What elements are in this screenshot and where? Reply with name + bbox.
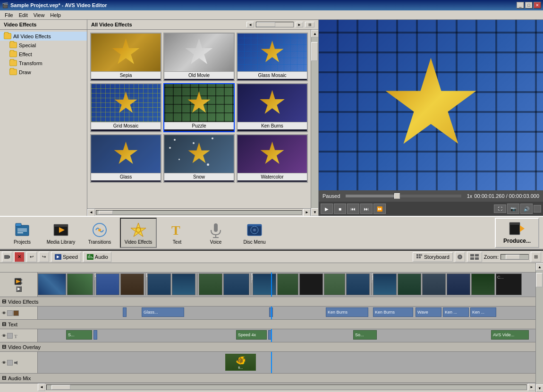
video-clip-end[interactable]: C... <box>496 273 522 295</box>
preview-scrubber[interactable] <box>394 193 400 199</box>
effect-puzzle[interactable]: Puzzle <box>163 83 235 132</box>
timeline-vert-scrollbar[interactable]: ▲ ▼ <box>535 263 543 392</box>
horiz-sb-handle[interactable] <box>51 385 70 390</box>
horiz-scroll-track[interactable] <box>96 210 302 215</box>
prev-frame-btn[interactable]: ⏮ <box>347 204 359 214</box>
effect-kenburns[interactable]: Ken Burns <box>237 83 308 132</box>
scroll-left-btn[interactable]: ◄ <box>246 22 254 27</box>
vert-sb-handle[interactable] <box>536 273 543 287</box>
play-btn[interactable]: ▶ <box>321 204 333 214</box>
text-clip-so[interactable]: So... <box>353 330 377 340</box>
overlay-vol-btn[interactable] <box>13 360 19 366</box>
horiz-sb-right[interactable]: ► <box>528 383 535 391</box>
preview-progress-bar[interactable] <box>346 195 461 197</box>
vfx-lock-btn[interactable] <box>7 310 13 316</box>
produce-button[interactable]: Produce... <box>495 218 539 248</box>
menu-help[interactable]: Help <box>47 11 64 19</box>
category-draw[interactable]: Draw <box>0 68 87 77</box>
category-all-video-effects[interactable]: All Video Effects <box>0 32 87 41</box>
video-clip-1[interactable] <box>38 273 66 295</box>
maximize-btn[interactable]: □ <box>525 2 533 9</box>
timeline-speed-btn[interactable]: Speed <box>51 252 81 262</box>
timeline-view-btn[interactable] <box>455 252 465 262</box>
scroll-up-arrow[interactable]: ▲ <box>311 30 318 37</box>
grid-view-btn[interactable]: ⊞ <box>305 22 314 27</box>
menu-edit[interactable]: Edit <box>16 11 31 19</box>
overlay-eye-btn[interactable]: 👁 <box>1 360 7 366</box>
timeline-horiz-scrollbar[interactable]: ◄ ► <box>0 383 535 391</box>
video-clip-14[interactable] <box>373 273 397 295</box>
video-clip-12[interactable] <box>324 273 345 295</box>
effect-glass[interactable]: Glass <box>90 134 161 183</box>
zoom-slider[interactable] <box>501 254 529 260</box>
effects-horiz-scrollbar[interactable]: ◄ ► <box>87 208 311 216</box>
menu-view[interactable]: View <box>31 11 48 19</box>
video-clip-11[interactable] <box>299 273 323 295</box>
toolbar-voice[interactable]: Voice <box>197 218 234 248</box>
timeline-redo-btn[interactable]: ↪ <box>39 252 49 262</box>
timeline-camera-btn[interactable] <box>2 252 12 262</box>
effect-glassmosaic[interactable]: Glass Mosaic <box>237 33 308 81</box>
video-effects-collapse[interactable]: ⊟ <box>2 298 6 305</box>
video-clip-4[interactable] <box>120 273 144 295</box>
video-clip-9[interactable] <box>253 273 276 295</box>
vert-sb-up[interactable]: ▲ <box>536 263 543 271</box>
toolbar-medialibrary[interactable]: Media Library <box>42 218 79 248</box>
overlay-lock-btn[interactable] <box>7 360 13 366</box>
video-clip-16[interactable] <box>422 273 446 295</box>
stop-btn[interactable]: ■ <box>334 204 346 214</box>
toolbar-videoeffects[interactable]: Video Effects <box>120 218 157 248</box>
snapshot-btn[interactable]: 📷 <box>507 204 519 214</box>
fullscreen-btn[interactable]: ⛶ <box>494 205 506 213</box>
horiz-sb-left[interactable]: ◄ <box>38 383 45 391</box>
audio-mix-collapse[interactable]: ⊟ <box>2 375 6 381</box>
video-clip-13[interactable] <box>346 273 370 295</box>
vfx-clip-kenburns1[interactable]: Ken Burns <box>326 307 368 317</box>
timeline-delete-btn[interactable]: ✕ <box>14 252 25 262</box>
toolbar-projects[interactable]: Projects <box>4 218 41 248</box>
category-special[interactable]: Special <box>0 41 87 50</box>
vfx-clip-glass[interactable]: Glass... <box>142 307 184 317</box>
text-clip-avs[interactable]: AVS Vide... <box>491 330 529 340</box>
vfx-marker-1[interactable] <box>123 307 127 317</box>
video-clip-3[interactable] <box>96 273 119 295</box>
effect-snow[interactable]: Snow <box>163 134 235 183</box>
effect-watercolor[interactable]: Watercolor <box>237 134 308 183</box>
category-transform[interactable]: Transform <box>0 59 87 68</box>
video-clip-18[interactable] <box>471 273 495 295</box>
text-eye-btn[interactable]: 👁 <box>1 333 7 339</box>
menu-file[interactable]: File <box>2 11 16 19</box>
titlebar-controls[interactable]: _ □ ✕ <box>517 2 541 9</box>
effect-sepia[interactable]: Sepia <box>90 33 161 81</box>
scroll-thumb[interactable] <box>256 22 294 27</box>
horiz-scroll-handle[interactable] <box>99 211 113 214</box>
horiz-scroll-left[interactable]: ◄ <box>87 209 95 216</box>
vert-sb-track[interactable] <box>536 271 543 384</box>
overlay-clip-fish[interactable]: 🐠 fi... <box>225 354 256 371</box>
scroll-down-arrow[interactable]: ▼ <box>311 208 318 216</box>
video-clip-2[interactable] <box>67 273 93 295</box>
effect-oldmovie[interactable]: Old Movie <box>163 33 235 81</box>
storyboard-toggle[interactable]: Storyboard <box>413 252 453 262</box>
text-lock-btn[interactable] <box>7 333 13 339</box>
video-clip-10[interactable] <box>277 273 298 295</box>
scroll-track[interactable] <box>311 37 318 208</box>
vfx-type-btn[interactable] <box>13 310 19 316</box>
vfx-clip-ken4[interactable]: Ken ... <box>470 307 496 317</box>
text-clip-speed[interactable]: Speed 4x <box>236 330 267 340</box>
toolbar-discmenu[interactable]: Disc Menu <box>236 218 273 248</box>
scroll-handle[interactable] <box>311 42 318 61</box>
horiz-sb-track[interactable] <box>46 384 527 390</box>
video-clip-17[interactable] <box>447 273 470 295</box>
video-clip-5[interactable] <box>147 273 171 295</box>
toolbar-text[interactable]: T Text <box>159 218 195 248</box>
scroll-right-btn[interactable]: ► <box>296 22 303 27</box>
category-effect[interactable]: Effect <box>0 50 87 59</box>
vfx-eye-btn[interactable]: 👁 <box>1 310 7 316</box>
minimize-btn[interactable]: _ <box>517 2 524 9</box>
horiz-scroll-right[interactable]: ► <box>303 209 311 216</box>
video-overlay-collapse[interactable]: ⊟ <box>2 344 6 350</box>
vfx-clip-ken3[interactable]: Ken ... <box>443 307 469 317</box>
volume-btn[interactable]: 🔊 <box>520 204 533 214</box>
close-btn[interactable]: ✕ <box>534 2 541 9</box>
